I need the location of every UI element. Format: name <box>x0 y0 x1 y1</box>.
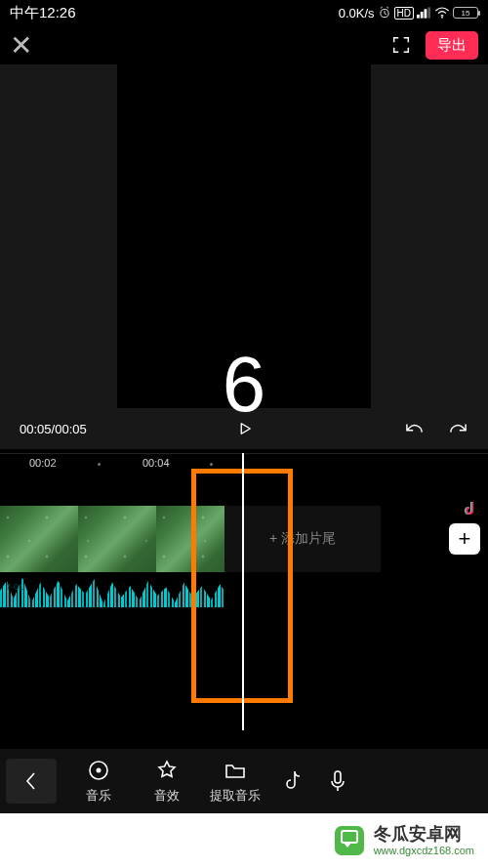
tool-tiktok[interactable] <box>269 769 318 793</box>
battery-icon: 15 <box>453 7 478 19</box>
video-track[interactable]: + 添加片尾 <box>0 506 381 572</box>
wifi-icon <box>434 7 450 19</box>
status-bar: 中午12:26 0.0K/s HD 15 <box>0 0 488 25</box>
close-icon[interactable]: ✕ <box>10 29 32 62</box>
svg-rect-8 <box>335 771 341 783</box>
video-preview[interactable]: 6 <box>0 64 488 408</box>
undo-icon[interactable] <box>404 420 426 437</box>
svg-rect-2 <box>421 12 424 19</box>
svg-point-7 <box>97 767 102 772</box>
export-button[interactable]: 导出 <box>426 31 478 60</box>
tiktok-icon <box>283 769 305 793</box>
tool-label: 音乐 <box>86 787 111 805</box>
svg-rect-1 <box>417 15 420 19</box>
ruler-tick: 00:04 <box>142 457 170 469</box>
timeline-ruler[interactable]: 00:02 00:04 <box>0 453 488 476</box>
add-ending-button[interactable]: + 添加片尾 <box>224 506 381 572</box>
svg-rect-4 <box>427 7 430 18</box>
tiktok-icon <box>465 502 476 516</box>
audio-waveform[interactable] <box>0 574 224 607</box>
status-net-speed: 0.0K/s <box>339 6 375 21</box>
tool-music[interactable]: 音乐 <box>64 759 133 805</box>
redo-icon[interactable] <box>447 420 468 437</box>
time-current: 00:05 <box>20 422 52 436</box>
timeline[interactable]: + 添加片尾 7-01 + <box>0 476 488 730</box>
status-hd: HD <box>394 7 414 20</box>
playback-time: 00:05/00:05 <box>20 422 87 436</box>
editor-top-bar: ✕ 导出 <box>0 25 488 64</box>
ruler-dot <box>210 463 213 466</box>
watermark-logo-icon <box>335 826 364 855</box>
svg-point-5 <box>441 17 443 19</box>
add-clip-button[interactable]: + <box>449 523 480 555</box>
tool-label: 提取音乐 <box>210 787 261 805</box>
star-icon <box>155 759 179 782</box>
video-clip-thumbs[interactable] <box>0 506 224 572</box>
music-icon <box>87 759 110 782</box>
time-total: 00:05 <box>55 422 87 436</box>
signal-icon <box>417 7 431 19</box>
watermark-url: www.dgxcdz168.com <box>374 845 474 856</box>
watermark-name: 冬瓜安卓网 <box>374 825 462 845</box>
preview-frame: 6 <box>117 64 371 408</box>
tool-sfx[interactable]: 音效 <box>133 759 201 805</box>
annotation-step-number: 6 <box>223 340 266 430</box>
playhead[interactable] <box>242 453 244 730</box>
ruler-dot <box>98 463 101 466</box>
audio-clip-label: 7-01 <box>6 582 23 592</box>
alarm-icon <box>378 6 391 20</box>
fullscreen-icon[interactable] <box>390 34 412 56</box>
ruler-tick: 00:02 <box>29 457 57 469</box>
mic-icon <box>328 769 347 793</box>
back-button[interactable] <box>6 759 57 804</box>
tool-extract-audio[interactable]: 提取音乐 <box>201 759 269 805</box>
status-right: 0.0K/s HD 15 <box>339 6 478 21</box>
status-time: 中午12:26 <box>10 4 76 22</box>
bottom-toolbar: 音乐 音效 提取音乐 <box>0 749 488 813</box>
svg-rect-3 <box>425 9 427 18</box>
battery-level: 15 <box>462 9 470 18</box>
watermark-bar: 冬瓜安卓网 www.dgxcdz168.com <box>0 813 488 868</box>
folder-icon <box>224 759 247 782</box>
tool-label: 音效 <box>154 787 180 805</box>
tool-voice[interactable] <box>318 769 357 793</box>
